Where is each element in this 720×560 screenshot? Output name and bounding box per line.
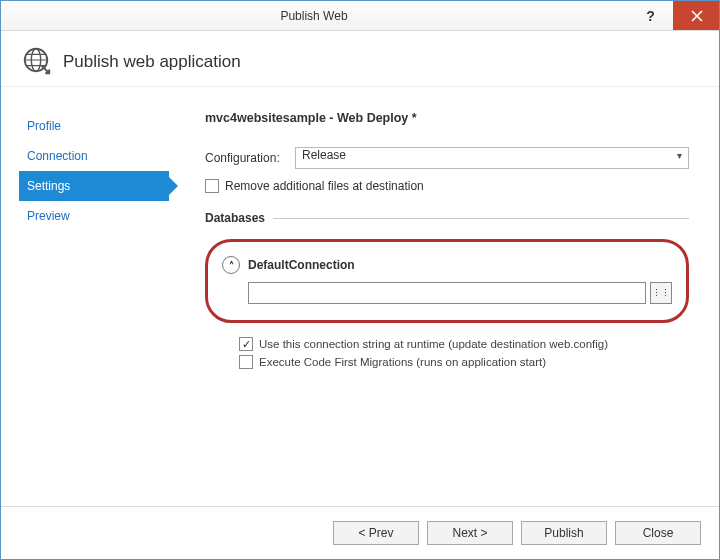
window-title: Publish Web	[1, 1, 627, 30]
sidebar-item-label: Connection	[27, 149, 88, 163]
connection-subchecks: Use this connection string at runtime (u…	[239, 337, 689, 369]
configuration-select[interactable]: Release	[295, 147, 689, 169]
sidebar-item-label: Profile	[27, 119, 61, 133]
sidebar-item-label: Preview	[27, 209, 70, 223]
wizard-sidebar: Profile Connection Settings Preview	[19, 97, 169, 506]
sidebar-item-connection[interactable]: Connection	[19, 141, 169, 171]
close-window-button[interactable]	[673, 1, 719, 30]
dialog-title: Publish web application	[63, 52, 241, 72]
publish-web-window: Publish Web ? Publish web application Pr…	[0, 0, 720, 560]
use-runtime-row: Use this connection string at runtime (u…	[239, 337, 689, 351]
globe-icon	[21, 45, 51, 78]
configuration-value: Release	[302, 148, 346, 162]
section-rule	[273, 218, 689, 219]
default-connection-callout: ˄ DefaultConnection ⋮⋮	[205, 239, 689, 323]
connection-name: DefaultConnection	[248, 258, 355, 272]
databases-section-title: Databases	[205, 211, 689, 225]
sidebar-item-preview[interactable]: Preview	[19, 201, 169, 231]
title-bar: Publish Web ?	[1, 1, 719, 31]
use-runtime-label: Use this connection string at runtime (u…	[259, 338, 608, 350]
sidebar-item-label: Settings	[27, 179, 70, 193]
connection-browse-button[interactable]: ⋮⋮	[650, 282, 672, 304]
connection-string-row: ⋮⋮	[248, 282, 672, 304]
collapse-toggle[interactable]: ˄	[222, 256, 240, 274]
sidebar-item-settings[interactable]: Settings	[19, 171, 169, 201]
code-first-row: Execute Code First Migrations (runs on a…	[239, 355, 689, 369]
code-first-checkbox[interactable]	[239, 355, 253, 369]
connection-header: ˄ DefaultConnection	[222, 256, 672, 274]
connection-string-input[interactable]	[248, 282, 646, 304]
configuration-row: Configuration: Release	[205, 147, 689, 169]
remove-files-label: Remove additional files at destination	[225, 179, 424, 193]
configuration-label: Configuration:	[205, 151, 295, 165]
dialog-header: Publish web application	[1, 31, 719, 87]
prev-button[interactable]: < Prev	[333, 521, 419, 545]
use-runtime-checkbox[interactable]	[239, 337, 253, 351]
sidebar-item-profile[interactable]: Profile	[19, 111, 169, 141]
next-button[interactable]: Next >	[427, 521, 513, 545]
code-first-label: Execute Code First Migrations (runs on a…	[259, 356, 546, 368]
remove-files-row: Remove additional files at destination	[205, 179, 689, 193]
close-button[interactable]: Close	[615, 521, 701, 545]
ellipsis-icon: ⋮⋮	[652, 288, 670, 298]
profile-title: mvc4websitesample - Web Deploy *	[205, 111, 689, 125]
remove-files-checkbox[interactable]	[205, 179, 219, 193]
chevron-up-icon: ˄	[229, 260, 234, 271]
close-icon	[691, 10, 703, 22]
settings-panel: mvc4websitesample - Web Deploy * Configu…	[169, 97, 719, 506]
help-button[interactable]: ?	[627, 1, 673, 30]
publish-button[interactable]: Publish	[521, 521, 607, 545]
dialog-body: Profile Connection Settings Preview mvc4…	[1, 91, 719, 506]
dialog-footer: < Prev Next > Publish Close	[1, 506, 719, 559]
titlebar-buttons: ?	[627, 1, 719, 30]
databases-label: Databases	[205, 211, 265, 225]
